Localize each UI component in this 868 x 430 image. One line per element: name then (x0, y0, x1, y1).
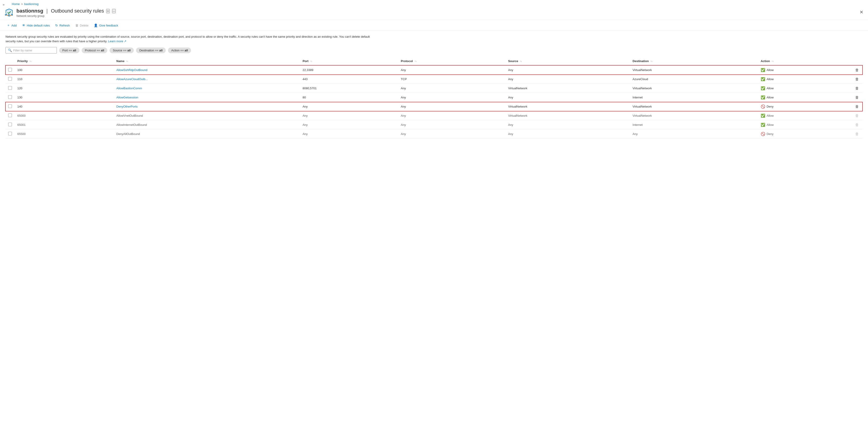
row-checkbox-cell (5, 75, 14, 84)
action-sort-icon: ↑↓ (772, 60, 774, 62)
row-checkbox[interactable] (8, 123, 12, 126)
allow-icon: ✅ (761, 123, 765, 127)
rule-name-link[interactable]: AllowBastionComm (116, 87, 142, 90)
close-button[interactable]: ✕ (860, 9, 863, 15)
row-port: Any (300, 102, 398, 111)
add-button[interactable]: ＋ Add (5, 22, 19, 29)
rules-table: Priority ↑↓ Name ↑↓ Port ↑↓ Protocol ↑↓ … (5, 57, 863, 139)
row-delete-cell: 🗑 (851, 84, 863, 93)
col-port[interactable]: Port ↑↓ (300, 57, 398, 65)
row-name[interactable]: DenyOtherPorts (114, 102, 300, 111)
col-name[interactable]: Name ↑↓ (114, 57, 300, 65)
col-protocol[interactable]: Protocol ↑↓ (398, 57, 505, 65)
protocol-filter[interactable]: Protocol == all (82, 48, 107, 53)
col-priority[interactable]: Priority ↑↓ (14, 57, 114, 65)
source-filter[interactable]: Source == all (110, 48, 134, 53)
row-name[interactable]: AllowBastionComm (114, 84, 300, 93)
row-priority: 65001 (14, 120, 114, 130)
table-row: 130AllowGetsession80AnyAnyInternet✅Allow… (5, 93, 863, 102)
row-delete-button[interactable]: 🗑 (855, 123, 859, 127)
row-name[interactable]: DenyAllOutBound (114, 130, 300, 139)
search-icon: 🔍 (8, 49, 12, 52)
breadcrumb: Home > bastionnsg (7, 0, 43, 7)
row-action: ✅Allow (758, 93, 851, 102)
row-checkbox-cell (5, 102, 14, 111)
refresh-label: Refresh (59, 24, 70, 27)
row-checkbox[interactable] (8, 86, 12, 90)
action-text: Allow (767, 123, 774, 126)
row-delete-button[interactable]: 🗑 (855, 86, 859, 90)
row-name[interactable]: AllowAzureCloudOutb... (114, 75, 300, 84)
resource-name: bastionnsg (17, 8, 43, 14)
col-destination[interactable]: Destination ↑↓ (630, 57, 758, 65)
row-source: VirtualNetwork (505, 102, 630, 111)
row-delete-button[interactable]: 🗑 (855, 114, 859, 118)
row-destination: VirtualNetwork (630, 111, 758, 120)
title-separator: | (46, 8, 48, 14)
search-input[interactable] (13, 49, 54, 52)
refresh-button[interactable]: ↻ Refresh (53, 22, 72, 29)
breadcrumb-home[interactable]: Home (12, 2, 20, 6)
filters-bar: 🔍 Port == all Protocol == all Source == … (5, 47, 863, 53)
main-content: Network security group security rules ar… (0, 31, 868, 142)
hide-default-rules-button[interactable]: 👁 Hide default rules (20, 22, 52, 29)
protocol-sort-icon: ↑↓ (414, 60, 416, 62)
row-delete-cell: 🗑 (851, 75, 863, 84)
row-delete-button[interactable]: 🗑 (855, 95, 859, 99)
row-checkbox-cell (5, 93, 14, 102)
row-port: 80 (300, 93, 398, 102)
sidebar-expand-button[interactable]: » (0, 0, 7, 6)
feedback-label: Give feedback (99, 24, 118, 27)
allow-icon: ✅ (761, 114, 765, 118)
row-protocol: Any (398, 130, 505, 139)
port-filter[interactable]: Port == all (59, 48, 80, 53)
row-priority: 130 (14, 93, 114, 102)
more-options-button[interactable]: ··· (112, 9, 116, 13)
svg-rect-3 (8, 15, 9, 15)
description-text: Network security group security rules ar… (5, 34, 371, 44)
row-checkbox[interactable] (8, 77, 12, 81)
col-delete (851, 57, 863, 65)
rule-name-link[interactable]: AllowAzureCloudOutb... (116, 78, 148, 81)
row-checkbox[interactable] (8, 132, 12, 136)
table-row: 110AllowAzureCloudOutb...443TCPAnyAzureC… (5, 75, 863, 84)
rule-name-link[interactable]: AllowGetsession (116, 96, 138, 99)
row-delete-button[interactable]: 🗑 (855, 68, 859, 72)
row-source: Any (505, 93, 630, 102)
rule-name-link[interactable]: DenyOtherPorts (116, 105, 137, 108)
row-action: 🚫Deny (758, 102, 851, 111)
favorite-button[interactable]: ☆ (106, 9, 110, 13)
destination-filter[interactable]: Destination == all (136, 48, 166, 53)
rule-name-link[interactable]: AllowSshRdpOutBound (116, 68, 148, 72)
row-checkbox[interactable] (8, 104, 12, 108)
row-destination: VirtualNetwork (630, 65, 758, 75)
row-destination: VirtualNetwork (630, 102, 758, 111)
row-name[interactable]: AllowInternetOutBound (114, 120, 300, 130)
row-delete-button[interactable]: 🗑 (855, 77, 859, 81)
delete-button[interactable]: 🗑 Delete (73, 22, 91, 29)
breadcrumb-resource[interactable]: bastionnsg (24, 2, 38, 6)
col-action[interactable]: Action ↑↓ (758, 57, 851, 65)
row-name[interactable]: AllowGetsession (114, 93, 300, 102)
feedback-button[interactable]: 👤 Give feedback (92, 22, 120, 29)
row-name[interactable]: AllowVnetOutBound (114, 111, 300, 120)
row-protocol: Any (398, 120, 505, 130)
row-source: Any (505, 65, 630, 75)
row-delete-button[interactable]: 🗑 (855, 132, 859, 136)
row-protocol: Any (398, 111, 505, 120)
row-checkbox[interactable] (8, 114, 12, 117)
row-port: Any (300, 111, 398, 120)
row-checkbox[interactable] (8, 95, 12, 99)
destination-sort-icon: ↑↓ (650, 60, 653, 62)
table-row: 120AllowBastionComm8080,5701AnyVirtualNe… (5, 84, 863, 93)
action-filter[interactable]: Action == all (168, 48, 191, 53)
learn-more-link[interactable]: Learn more ↗ (108, 39, 126, 43)
action-text: Allow (767, 78, 774, 81)
row-checkbox[interactable] (8, 68, 12, 71)
col-source[interactable]: Source ↑↓ (505, 57, 630, 65)
row-name[interactable]: AllowSshRdpOutBound (114, 65, 300, 75)
action-text: Allow (767, 87, 774, 90)
row-port: 22,3389 (300, 65, 398, 75)
resource-type: Network security group (17, 15, 863, 18)
row-delete-button[interactable]: 🗑 (855, 105, 859, 109)
